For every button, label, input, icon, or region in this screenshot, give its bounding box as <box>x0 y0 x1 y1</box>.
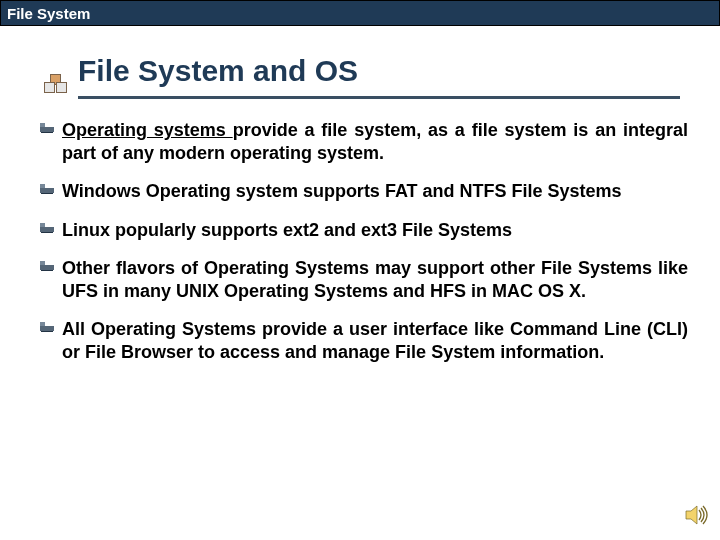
svg-rect-5 <box>41 193 53 194</box>
bullet-text: Operating systems provide a file system,… <box>62 119 688 164</box>
svg-rect-14 <box>41 331 53 332</box>
list-item: Windows Operating system supports FAT an… <box>40 180 688 203</box>
svg-rect-10 <box>40 261 45 265</box>
svg-rect-3 <box>40 188 54 193</box>
title-area: File System and OS <box>78 54 680 99</box>
bullet-text: Other flavors of Operating Systems may s… <box>62 257 688 302</box>
bullet-text: Linux popularly supports ext2 and ext3 F… <box>62 219 688 242</box>
svg-rect-9 <box>40 265 54 270</box>
hyperlink-text[interactable]: Operating systems <box>62 120 233 140</box>
slide-header: File System <box>0 0 720 26</box>
bullet-icon <box>40 184 58 196</box>
bullet-text: Windows Operating system supports FAT an… <box>62 180 688 203</box>
svg-rect-11 <box>41 270 53 271</box>
svg-rect-1 <box>40 123 45 127</box>
content-area: Operating systems provide a file system,… <box>40 119 688 363</box>
bullet-icon <box>40 261 58 273</box>
bullet-icon <box>40 322 58 334</box>
slide-header-title: File System <box>7 5 90 22</box>
svg-rect-4 <box>40 184 45 188</box>
title-decoration-icon <box>44 80 78 102</box>
svg-rect-2 <box>41 132 53 133</box>
svg-rect-6 <box>40 227 54 232</box>
svg-rect-13 <box>40 322 45 326</box>
list-item: Other flavors of Operating Systems may s… <box>40 257 688 302</box>
svg-rect-0 <box>40 127 54 132</box>
list-item: Operating systems provide a file system,… <box>40 119 688 164</box>
bullet-icon <box>40 223 58 235</box>
bullet-text: All Operating Systems provide a user int… <box>62 318 688 363</box>
svg-rect-8 <box>41 232 53 233</box>
sound-icon[interactable] <box>684 504 710 530</box>
svg-marker-15 <box>686 506 697 524</box>
svg-rect-7 <box>40 223 45 227</box>
page-title: File System and OS <box>78 54 680 88</box>
list-item: All Operating Systems provide a user int… <box>40 318 688 363</box>
bullet-icon <box>40 123 58 135</box>
svg-rect-12 <box>40 326 54 331</box>
list-item: Linux popularly supports ext2 and ext3 F… <box>40 219 688 242</box>
